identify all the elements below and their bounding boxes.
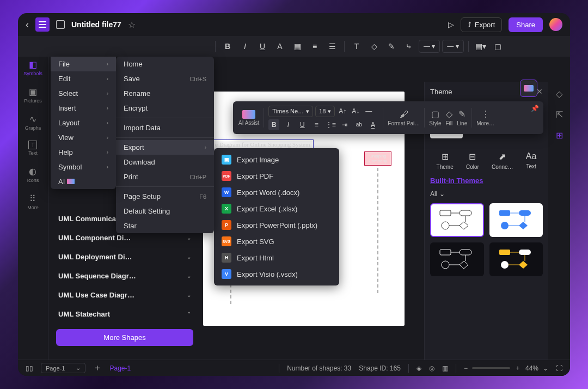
shape-category[interactable]: UML Statechart⌃ xyxy=(56,305,193,324)
fill-button[interactable]: ◇Fill xyxy=(446,109,453,126)
layers-icon[interactable]: ◈ xyxy=(416,364,421,372)
builtin-themes-link[interactable]: Built-in Themes xyxy=(430,177,543,185)
italic-button[interactable]: I xyxy=(237,39,253,54)
list-button[interactable]: ☰ xyxy=(324,39,340,54)
submenu-export[interactable]: Export› xyxy=(116,140,214,155)
nav-pictures[interactable]: ▣Pictures xyxy=(24,86,42,104)
menu-ai[interactable]: AI xyxy=(51,174,116,189)
submenu-page-setup[interactable]: Page SetupF6 xyxy=(116,189,214,204)
shape-category[interactable]: UML Sequence Diagr…⌄ xyxy=(56,266,193,285)
ai-assist-fab[interactable] xyxy=(520,80,537,97)
align-button[interactable]: ≡ xyxy=(307,39,322,54)
play-button[interactable]: ▷ xyxy=(448,20,454,29)
menu-insert[interactable]: Insert› xyxy=(51,101,116,116)
menu-symbol[interactable]: Symbol› xyxy=(51,160,116,174)
menu-help[interactable]: Help› xyxy=(51,145,116,160)
zoom-slider[interactable] xyxy=(472,367,510,369)
bold-button[interactable]: B xyxy=(268,119,279,130)
nav-symbols[interactable]: ◧Symbols xyxy=(23,59,42,76)
menu-layout[interactable]: Layout› xyxy=(51,116,116,130)
text-tool-button[interactable]: T xyxy=(349,39,364,54)
submenu-rename[interactable]: Rename xyxy=(116,86,214,101)
line-style-dropdown[interactable]: — ▾ xyxy=(419,40,440,53)
menu-select[interactable]: Select› xyxy=(51,86,116,101)
font-family-select[interactable]: Times Ne…▾ xyxy=(268,106,313,117)
numbered-list-button[interactable]: ⋮≡ xyxy=(325,119,336,130)
submenu-import-data[interactable]: Import Data xyxy=(116,120,214,135)
font-color-button[interactable]: A̲ xyxy=(367,119,378,130)
font-color-button[interactable]: A xyxy=(272,39,287,54)
pen-tool-button[interactable]: ✎ xyxy=(384,39,399,54)
submenu-star[interactable]: Star xyxy=(116,218,214,233)
more-shapes-button[interactable]: More Shapes xyxy=(56,329,193,346)
theme-thumbnail[interactable] xyxy=(430,242,484,276)
canvas-actor-element[interactable]: Shipping Company xyxy=(364,151,391,166)
theme-thumbnail[interactable] xyxy=(430,203,484,237)
map-icon[interactable]: ▥ xyxy=(442,364,448,372)
page-tab[interactable]: Page-1 xyxy=(109,364,131,372)
document-title[interactable]: Untitled file77 xyxy=(71,20,121,29)
pin-icon[interactable]: 📌 xyxy=(531,105,539,112)
tab-text[interactable]: AaText xyxy=(526,151,537,170)
bullet-list-button[interactable]: ≡ xyxy=(311,119,322,130)
pages-icon[interactable]: ▯▯ xyxy=(26,364,33,372)
nav-more[interactable]: ⠿More xyxy=(27,193,39,210)
submenu-encrypt[interactable]: Encrypt xyxy=(116,101,214,116)
highlight-button[interactable]: ▦ xyxy=(290,39,305,54)
style-button[interactable]: ▢Style xyxy=(429,109,441,126)
submenu-download[interactable]: Download xyxy=(116,155,214,169)
export-word[interactable]: WExport Word (.docx) xyxy=(214,184,339,200)
export-image[interactable]: ▣Export Image xyxy=(214,151,339,168)
nav-icons[interactable]: ◐Icons xyxy=(27,166,39,183)
theme-thumbnail[interactable] xyxy=(489,203,543,237)
format-painter-button[interactable]: 🖌Format Pai… xyxy=(388,110,420,126)
export-svg[interactable]: SVGExport SVG xyxy=(214,233,339,250)
font-size-select[interactable]: 18▾ xyxy=(315,106,335,117)
export-excel[interactable]: XExport Excel (.xlsx) xyxy=(214,200,339,217)
submenu-print[interactable]: PrintCtrl+P xyxy=(116,169,214,184)
export-button[interactable]: ⤴ Export xyxy=(461,17,503,32)
tab-color[interactable]: ⊟Color xyxy=(466,151,479,170)
underline-button[interactable]: U xyxy=(297,119,308,130)
shape-category[interactable]: UML Deployment Di…⌄ xyxy=(56,247,193,266)
italic-button[interactable]: I xyxy=(283,119,293,130)
line-button[interactable]: ✎Line xyxy=(457,109,467,126)
export-powerpoint[interactable]: PExport PowerPoint (.pptx) xyxy=(214,217,339,233)
line-weight-dropdown[interactable]: — ▾ xyxy=(442,40,463,53)
menu-edit[interactable]: Edit› xyxy=(51,71,116,86)
menu-view[interactable]: View› xyxy=(51,130,116,145)
theme-filter-dropdown[interactable]: All⌄ xyxy=(430,190,543,198)
submenu-default-setting[interactable]: Default Setting xyxy=(116,204,214,218)
zoom-in-button[interactable]: ＋ xyxy=(514,363,521,373)
distribute-button[interactable]: ▤▾ xyxy=(473,39,488,54)
lowercase-button[interactable]: ab xyxy=(353,119,364,130)
tab-theme[interactable]: ⊞Theme xyxy=(437,151,454,170)
connector-tool-button[interactable]: ⤷ xyxy=(401,39,416,54)
tab-connector[interactable]: ⬈Conne… xyxy=(492,151,513,170)
nav-text[interactable]: TText xyxy=(28,141,38,156)
layers-button[interactable]: ▢ xyxy=(491,39,506,54)
theme-thumbnail[interactable] xyxy=(489,242,543,276)
favorite-star-icon[interactable]: ☆ xyxy=(128,20,136,30)
bold-button[interactable]: B xyxy=(220,39,235,54)
increase-font-button[interactable]: A↑ xyxy=(337,106,348,117)
nav-graphs[interactable]: ∿Graphs xyxy=(25,113,41,131)
shape-tool-button[interactable]: ◇ xyxy=(366,39,382,54)
fullscreen-button[interactable]: ⛶ xyxy=(556,364,562,372)
zoom-out-button[interactable]: − xyxy=(464,364,468,372)
focus-icon[interactable]: ◎ xyxy=(429,364,434,372)
strip-export-icon[interactable]: ⇱ xyxy=(553,108,566,121)
add-page-button[interactable]: ＋ xyxy=(93,362,102,374)
main-menu-button[interactable] xyxy=(35,17,50,32)
ai-assist-button[interactable]: AI Assist xyxy=(238,110,259,126)
submenu-home[interactable]: Home xyxy=(116,57,214,71)
more-button[interactable]: ⋮More… xyxy=(476,109,494,126)
page-selector-dropdown[interactable]: Page-1⌄ xyxy=(41,363,85,373)
export-html[interactable]: HExport Html xyxy=(214,250,339,266)
clear-format-button[interactable]: — xyxy=(363,106,374,117)
user-avatar[interactable] xyxy=(549,18,562,31)
strip-fill-icon[interactable]: ◇ xyxy=(553,87,566,100)
export-visio[interactable]: VExport Visio (.vsdx) xyxy=(214,266,339,282)
export-pdf[interactable]: PDFExport PDF xyxy=(214,168,339,184)
share-button[interactable]: Share xyxy=(509,17,543,32)
